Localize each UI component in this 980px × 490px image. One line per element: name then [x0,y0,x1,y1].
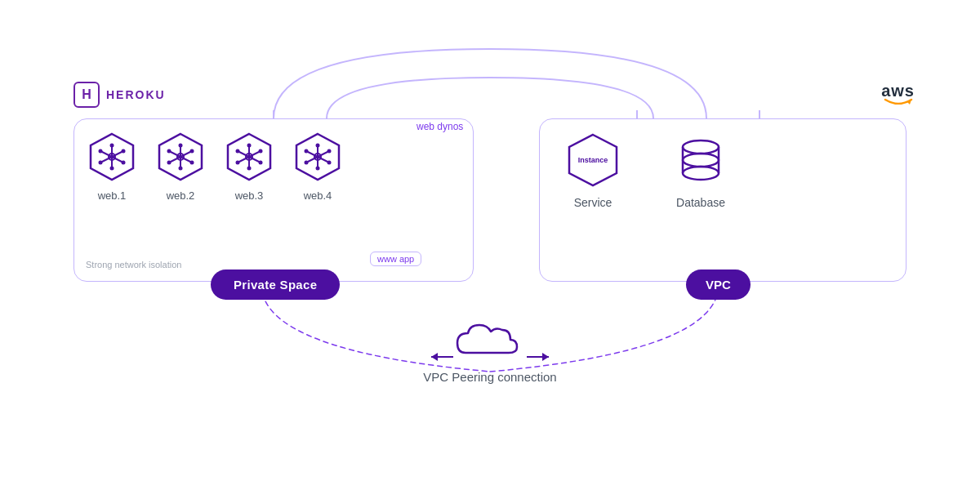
dyno-hex-web2 [154,131,207,183]
svg-point-38 [247,144,252,148]
svg-point-62 [683,167,719,180]
svg-point-18 [99,149,103,154]
svg-point-51 [305,149,309,154]
svg-point-16 [110,144,114,148]
svg-point-49 [316,144,320,148]
svg-point-32 [167,161,172,165]
svg-point-21 [99,161,103,165]
database-service-label: Database [676,196,725,209]
aws-smile-icon [881,97,915,106]
dyno-label-web1: web.1 [98,189,127,202]
svg-point-43 [236,161,240,165]
vpc-pill: VPC [686,270,751,300]
svg-point-31 [190,149,194,154]
svg-point-28 [179,167,183,171]
dyno-hex-web3 [223,131,275,183]
instance-service-item: Instance Service [564,131,622,209]
svg-point-50 [316,167,320,171]
web-dynos-label: web dynos [416,121,463,132]
dyno-hex-web1 [86,131,138,183]
svg-point-20 [122,149,126,154]
dyno-item-web2: web.2 [154,131,207,202]
dyno-label-web4: web.4 [304,189,332,202]
vpc-peering-area: VPC Peering connection [0,318,980,384]
svg-point-40 [236,149,240,154]
svg-point-39 [247,167,252,171]
svg-point-54 [305,161,309,165]
database-icon [671,131,730,189]
dyno-item-web4: web.4 [292,131,344,202]
heroku-icon: H [74,82,100,108]
instance-inner-label: Instance [578,156,608,165]
aws-logo: aws [881,82,915,106]
dyno-hex-web4 [292,131,344,183]
svg-point-19 [122,161,126,165]
svg-point-42 [259,149,263,154]
svg-point-53 [327,149,332,154]
heroku-logo: H HEROKU [74,82,166,108]
heroku-text: HEROKU [106,88,166,101]
aws-services-row: Instance Service Database [564,131,730,209]
diagram-container: H HEROKU aws web dynos Strong network is… [0,0,980,490]
dynos-row: web.1 web.2 [86,131,344,202]
svg-point-52 [327,161,332,165]
network-isolation-label: Strong network isolation [86,260,181,270]
svg-point-27 [179,144,183,148]
svg-point-30 [190,161,194,165]
vpc-peering-label: VPC Peering connection [423,370,556,384]
instance-hex: Instance [564,131,622,189]
database-service-item: Database [671,131,730,209]
dyno-label-web3: web.3 [235,189,264,202]
svg-point-41 [259,161,263,165]
svg-point-17 [110,167,114,171]
dyno-item-web1: web.1 [86,131,138,202]
svg-point-29 [167,149,172,154]
dyno-item-web3: web.3 [223,131,275,202]
svg-point-59 [683,154,719,167]
dyno-label-web2: web.2 [167,189,195,202]
svg-point-56 [683,140,719,154]
cloud-icon [453,318,527,363]
instance-service-label: Service [574,196,612,209]
www-app-badge: www app [370,252,421,266]
private-space-pill: Private Space [211,270,340,300]
